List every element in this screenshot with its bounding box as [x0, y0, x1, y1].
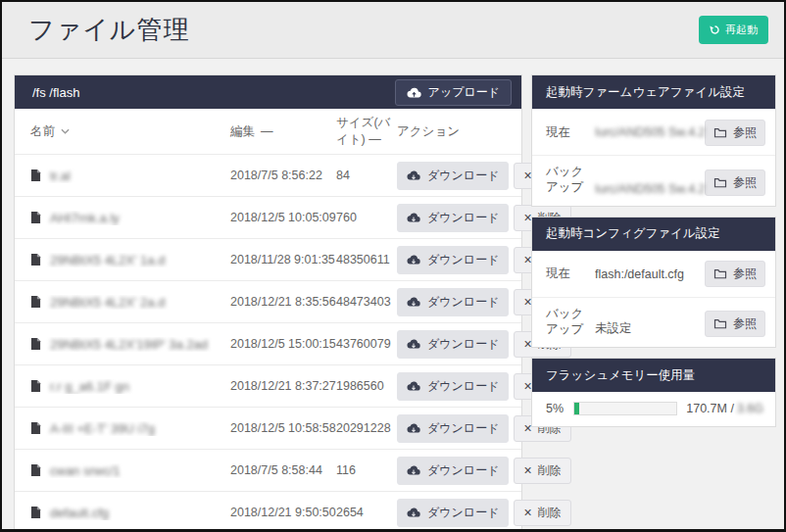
- usage-progress-fill: [574, 403, 579, 414]
- cloud-download-icon: [407, 213, 420, 222]
- file-edited-timestamp: 2018/12/21 9:50:50: [230, 506, 336, 519]
- table-row: 29NBtX5 4L2X' 2a.d 2018/12/21 8:35:56 48…: [15, 280, 521, 322]
- config-backup-row: バックアップ 未設定 参照: [532, 297, 775, 348]
- browse-label: 参照: [733, 315, 757, 332]
- config-current-browse-button[interactable]: 参照: [705, 261, 765, 287]
- side-column: 起動時ファームウェアファイル設定 現在 Iurc/AND505 Sw.4.2.2…: [531, 74, 776, 427]
- file-size: 1986560: [336, 379, 397, 393]
- cloud-download-icon: [407, 339, 420, 349]
- file-name: default.cfg: [50, 506, 109, 520]
- download-button[interactable]: ダウンロード: [397, 162, 509, 190]
- content-area: /fs /flash アップロード 名前: [2, 59, 784, 532]
- table-row: cwan srwc/1 2018/7/5 8:58:44 116: [15, 449, 521, 491]
- column-action-label: アクション: [397, 123, 460, 140]
- file-size: 48350611: [336, 253, 397, 266]
- file-edited-timestamp: 2018/12/21 8:35:56: [230, 295, 336, 309]
- folder-icon: [713, 318, 727, 329]
- delete-button[interactable]: × 削除: [514, 458, 570, 484]
- file-edited-timestamp: 2018/12/5 15:00:15: [230, 337, 336, 351]
- config-current-value: flash:/default.cfg: [595, 267, 705, 281]
- download-label: ダウンロード: [427, 252, 499, 268]
- config-current-row: 現在 flash:/default.cfg 参照: [532, 251, 775, 297]
- cloud-download-icon: [407, 255, 420, 265]
- file-edited-timestamp: 2018/12/5 10:58:58: [230, 421, 336, 435]
- cloud-download-icon: [407, 423, 420, 433]
- file-actions: ダウンロード × 削除: [397, 499, 583, 527]
- app-window: ファイル管理 再起動 /fs /flash: [0, 0, 786, 532]
- file-name: 29NBtX5 4L2X' 1a.d: [50, 253, 165, 267]
- file-name-cell: 29NBtX5 4L2X' 1a.d: [30, 253, 230, 267]
- file-name-cell: A-III +E-T' 39U i7g: [30, 421, 230, 436]
- download-button[interactable]: ダウンロード: [397, 372, 509, 401]
- download-label: ダウンロード: [427, 378, 499, 395]
- upload-label: アップロード: [428, 84, 500, 101]
- current-path-breadcrumb[interactable]: /fs /flash: [32, 85, 79, 100]
- table-row: 29NBtX5 4L2X' 1a.d 2018/11/28 9:01:35 48…: [15, 238, 521, 280]
- download-label: ダウンロード: [427, 336, 499, 353]
- download-button[interactable]: ダウンロード: [397, 204, 509, 232]
- upload-button[interactable]: アップロード: [395, 79, 512, 106]
- firmware-settings-panel: 起動時ファームウェアファイル設定 現在 Iurc/AND505 Sw.4.2.2…: [531, 74, 776, 207]
- column-header-size[interactable]: サイズ(バイト) —: [336, 115, 397, 149]
- file-name-cell: default.cfg: [30, 506, 230, 520]
- file-icon: [30, 169, 41, 182]
- download-button[interactable]: ダウンロード: [397, 457, 509, 485]
- file-icon: [30, 337, 41, 351]
- download-label: ダウンロード: [427, 505, 499, 521]
- column-header-edited[interactable]: 編集 —: [230, 123, 336, 140]
- browse-label: 参照: [733, 174, 757, 191]
- delete-x-icon: ×: [523, 506, 531, 519]
- file-name-cell: 29NBtX5 4L2X'19IP' 3a.2ad: [30, 337, 230, 352]
- file-size: 84: [336, 169, 397, 182]
- config-backup-value: 未設定: [595, 320, 705, 337]
- file-name: cwan srwc/1: [50, 463, 121, 478]
- usage-used: 170.7M /: [686, 402, 734, 415]
- file-name: 29NBtX5 4L2X'19IP' 3a.2ad: [50, 337, 208, 352]
- file-edited-timestamp: 2018/7/5 8:58:44: [230, 463, 336, 477]
- cloud-download-icon: [407, 508, 420, 517]
- delete-x-icon: ×: [523, 463, 531, 477]
- usage-total: 3.6G: [737, 402, 763, 415]
- delete-label: 削除: [538, 505, 562, 521]
- column-edited-label: 編集: [230, 123, 255, 140]
- restart-label: 再起動: [725, 23, 758, 37]
- download-label: ダウンロード: [427, 420, 499, 437]
- firmware-current-browse-button[interactable]: 参照: [705, 120, 765, 146]
- config-backup-browse-button[interactable]: 参照: [705, 311, 765, 337]
- usage-text: 170.7M / 3.6G: [686, 402, 763, 415]
- file-size: 116: [336, 463, 397, 477]
- cloud-download-icon: [407, 381, 420, 391]
- file-size: 760: [336, 211, 397, 224]
- file-size: 2654: [336, 506, 397, 519]
- file-name: r.r g_a6.1F gn: [50, 379, 129, 394]
- folder-icon: [713, 177, 727, 188]
- file-name-cell: tr.al: [30, 169, 230, 183]
- file-icon: [30, 421, 41, 435]
- file-icon: [30, 506, 41, 519]
- download-label: ダウンロード: [427, 210, 499, 226]
- column-header-name[interactable]: 名前: [30, 123, 230, 140]
- delete-button[interactable]: × 削除: [514, 500, 570, 526]
- config-settings-panel: 起動時コンフィグファイル設定 現在 flash:/default.cfg 参照 …: [531, 217, 776, 349]
- browse-label: 参照: [733, 266, 757, 282]
- file-table-body: tr.al 2018/7/5 8:56:22 84 ダウン: [15, 154, 521, 532]
- file-edited-timestamp: 2018/12/21 8:37:27: [230, 379, 336, 393]
- download-button[interactable]: ダウンロード: [397, 288, 509, 316]
- file-edited-timestamp: 2018/7/5 8:56:22: [230, 169, 336, 182]
- download-button[interactable]: ダウンロード: [397, 414, 509, 443]
- firmware-backup-row: バックアップ Iurc/AND505 Sw.4.2.1.b1 参照: [532, 155, 775, 206]
- file-icon: [30, 211, 41, 224]
- current-label: 現在: [546, 124, 595, 140]
- download-button[interactable]: ダウンロード: [397, 246, 509, 274]
- table-header-row: 名前 編集 — サイズ(バイト) — アクション: [15, 109, 521, 154]
- column-header-action: アクション: [397, 123, 521, 140]
- column-name-label: 名前: [30, 123, 55, 140]
- firmware-backup-browse-button[interactable]: 参照: [705, 169, 765, 196]
- file-name: tr.al: [50, 169, 71, 183]
- file-icon: [30, 379, 41, 393]
- download-button[interactable]: ダウンロード: [397, 330, 509, 359]
- restart-button[interactable]: 再起動: [699, 16, 768, 44]
- usage-panel-title: フラッシュメモリー使用量: [532, 359, 775, 392]
- file-edited-timestamp: 2018/11/28 9:01:35: [230, 253, 336, 266]
- download-button[interactable]: ダウンロード: [397, 499, 509, 527]
